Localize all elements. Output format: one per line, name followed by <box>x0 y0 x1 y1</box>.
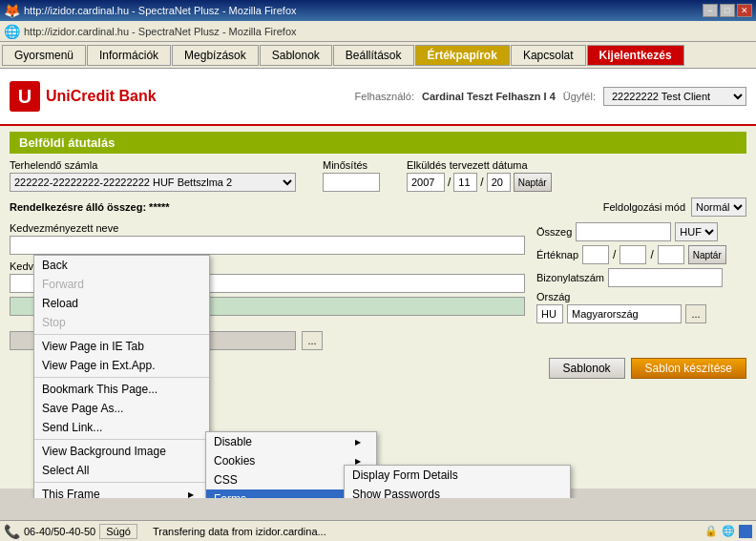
month-input[interactable] <box>453 173 477 192</box>
client-label: Ügyfél: <box>563 91 596 102</box>
bank-name: UniCredit Bank <box>46 88 157 105</box>
naptar-button[interactable]: Naptár <box>514 173 552 192</box>
rendelkezesre-label: Rendelkezésre álló összeg: ***** <box>10 201 170 213</box>
sub1-disable[interactable]: Disable ▶ <box>206 432 376 451</box>
tab-kapcsolat[interactable]: Kapcsolat <box>511 45 586 66</box>
orszag-code-input[interactable] <box>536 304 563 323</box>
ertaknap-d1[interactable] <box>582 245 609 264</box>
ctx-back[interactable]: Back <box>34 256 209 275</box>
ctx-forward: Forward <box>34 275 209 294</box>
logo-mark: U <box>10 81 40 112</box>
bizonylatszam-label: Bizonylatszám <box>536 272 604 283</box>
extra-more-button[interactable]: ... <box>302 331 323 350</box>
lock-icon: 🔒 <box>704 525 718 537</box>
globe-icon: 🌐 <box>722 525 735 537</box>
tab-ertekpapirok[interactable]: Értékpapírok <box>415 45 510 66</box>
account-select[interactable]: 222222-22222222-22222222 HUF Bettszlma 2 <box>10 173 296 192</box>
firefox-icon: 🌐 <box>4 24 20 39</box>
phone-icon: 📞 <box>4 524 20 539</box>
form-row-terhelendo: Terhelendő számla 222222-22222222-222222… <box>10 159 746 192</box>
user-info: Felhasználó: Cardinal Teszt Felhaszn I 4… <box>355 87 746 106</box>
url-display: http://izidor.cardinal.hu - SpectraNet P… <box>24 26 297 37</box>
unicredit-logo: U UniCredit Bank <box>10 81 157 112</box>
minimize-button[interactable]: − <box>703 4 718 17</box>
naptar2-button[interactable]: Naptár <box>688 245 726 264</box>
status-icons: 🔒 🌐 <box>704 525 752 538</box>
ctx-sep4 <box>34 482 209 483</box>
ctx-view-bg-image[interactable]: View Background Image <box>34 442 209 461</box>
title-bar: 🦊 http://izidor.cardinal.hu - SpectraNet… <box>0 0 756 21</box>
this-frame-arrow: ▶ <box>188 490 194 499</box>
feldolgozasi-select[interactable]: Normál <box>691 198 746 217</box>
context-submenu-forms: Display Form Details Show Passwords View… <box>344 465 571 498</box>
context-menu-main: Back Forward Reload Stop View Page in IE… <box>33 255 210 498</box>
tab-kijelentkezes[interactable]: Kijelentkezés <box>587 45 684 66</box>
tab-sablonok[interactable]: Sablonok <box>260 45 332 66</box>
window-controls[interactable]: − □ ✕ <box>703 4 752 17</box>
minosites-input[interactable] <box>323 173 380 192</box>
day-input[interactable] <box>487 173 511 192</box>
ctx-send-link[interactable]: Send Link... <box>34 418 209 437</box>
address-bar: 🌐 http://izidor.cardinal.hu - SpectraNet… <box>0 21 756 42</box>
ertaknap-d3[interactable] <box>658 245 684 264</box>
ctx-view-ext[interactable]: View Page in Ext.App. <box>34 356 209 375</box>
orszag-more-button[interactable]: ... <box>685 304 706 323</box>
form-row-rendelkeze: Rendelkezésre álló összeg: ***** Feldolg… <box>10 198 746 217</box>
currency-select[interactable]: HUF <box>675 222 718 241</box>
sablonok-button[interactable]: Sablonok <box>549 358 625 379</box>
sub2-display-form-details[interactable]: Display Form Details <box>345 466 570 485</box>
orszag-name-input[interactable] <box>567 304 682 323</box>
maximize-button[interactable]: □ <box>720 4 735 17</box>
ertaknap-d2[interactable] <box>620 245 646 264</box>
user-value: Cardinal Teszt Felhaszn I 4 <box>422 91 556 102</box>
user-label: Felhasználó: <box>355 91 414 102</box>
ctx-bookmark[interactable]: Bookmark This Page... <box>34 380 209 399</box>
page-header: U UniCredit Bank Felhasználó: Cardinal T… <box>0 69 756 126</box>
tab-informaciok[interactable]: Információk <box>87 45 171 66</box>
tab-megbizasok[interactable]: Megbízások <box>172 45 259 66</box>
ctx-select-all[interactable]: Select All <box>34 461 209 480</box>
minosites-label: Minősítés <box>323 159 380 171</box>
ctx-stop: Stop <box>34 313 209 332</box>
ctx-save-page[interactable]: Save Page As... <box>34 399 209 418</box>
orszag-label: Ország <box>536 291 570 302</box>
osszeg-input[interactable] <box>576 222 671 241</box>
terhelendo-label: Terhelendő számla <box>10 159 296 171</box>
kedvezmenyezett-neve-input[interactable] <box>10 236 525 255</box>
bizonylatszam-input[interactable] <box>608 268 723 287</box>
elkuldesi-label: Elküldés tervezett dátuma <box>407 159 552 171</box>
status-bar: 📞 06-40/50-40-50 Súgó Transfering data f… <box>0 520 756 541</box>
feldolgozasi-label: Feldolgozási mód <box>603 201 685 213</box>
sablon-keszitese-button[interactable]: Sablon készítése <box>631 358 746 379</box>
close-button[interactable]: ✕ <box>737 4 752 17</box>
ctx-reload[interactable]: Reload <box>34 294 209 313</box>
ertaknap-label: Értéknap <box>536 249 578 260</box>
kedvezmenyezett-neve-label: Kedvezményezett neve <box>10 222 525 234</box>
sub2-show-passwords[interactable]: Show Passwords <box>345 485 570 498</box>
ctx-sep2 <box>34 377 209 378</box>
year-input[interactable] <box>407 173 445 192</box>
phone-number: 06-40/50-40-50 <box>24 526 95 537</box>
ctx-this-frame[interactable]: This Frame ▶ <box>34 485 209 498</box>
window-title: 🦊 http://izidor.cardinal.hu - SpectraNet… <box>4 3 297 18</box>
client-select[interactable]: 22222222 Test Client <box>603 87 746 106</box>
help-button[interactable]: Súgó <box>99 524 137 539</box>
disable-arrow: ▶ <box>355 438 361 447</box>
ctx-sep3 <box>34 439 209 440</box>
form-title: Belföldi átutalás <box>10 132 746 154</box>
nav-bar: Gyorsmenü Információk Megbízások Sablono… <box>0 42 756 69</box>
ctx-view-ie-tab[interactable]: View Page in IE Tab <box>34 337 209 356</box>
tab-gyorsmenu[interactable]: Gyorsmenü <box>2 45 86 66</box>
status-text: Transfering data from izidor.cardina... <box>153 526 326 537</box>
ctx-sep1 <box>34 334 209 335</box>
loading-icon <box>739 525 752 538</box>
osszeg-label: Összeg <box>536 226 572 238</box>
tab-beallitasok[interactable]: Beállítások <box>333 45 414 66</box>
status-phone: 📞 06-40/50-40-50 Súgó <box>4 524 137 539</box>
